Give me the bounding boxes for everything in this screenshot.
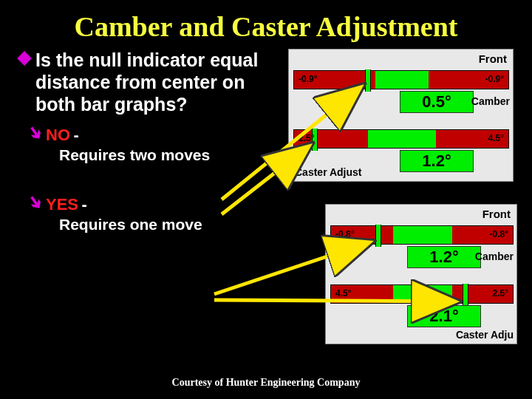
answer-yes-label: YES [46,195,78,214]
bar-green-zone [368,130,436,148]
panel1-caster-right: 4.5° [488,133,504,143]
slide-title: Camber and Caster Adjustment [0,0,532,49]
bar-notch-icon [365,69,371,92]
panel1-camber-right: -0.9° [485,74,504,84]
bar-green-zone [393,285,452,303]
diamond-bullet-icon [17,51,32,66]
panel2-caster-label: Caster Adju [456,329,514,341]
credit-line: Courtesy of Hunter Engineering Company [0,377,532,389]
bar-notch-icon [375,225,381,247]
answer-no-suffix: - [73,126,78,144]
panel2-camber-value: 1.2° [407,246,481,268]
question-text: Is the null indicator equal distance fro… [15,49,281,115]
answer-yes-detail: Requires one move [46,216,281,233]
right-column: Front -0.9° -0.9° 0.5° Camber 2.5° 4.5° … [281,49,517,233]
panel2-caster-left: 4.5° [335,288,351,299]
panel2-camber-label: Camber [475,250,514,262]
gauge-panel-bottom: Front -0.8° -0.8° 1.2° Camber 4.5° 2.5° … [325,204,517,344]
answer-yes-suffix: - [81,195,86,214]
bar-notch-icon [463,284,468,306]
answer-no-label: NO [46,126,70,144]
bar-green-zone [393,226,452,244]
question-label: Is the null indicator equal distance fro… [35,50,258,115]
panel1-header: Front [479,52,507,65]
arrow-down-icon: ➔ [24,122,47,144]
panel2-header: Front [482,208,511,220]
panel2-caster-bar: 4.5° 2.5° [330,284,514,304]
panel1-camber-bar: -0.9° -0.9° [293,70,509,89]
panel1-caster-value: 1.2° [400,150,474,172]
panel1-caster-left: 2.5° [299,133,314,143]
panel2-caster-value: 2.1° [407,305,481,327]
panel1-caster-bar: 2.5° 4.5° [293,129,509,149]
bar-green-zone [375,71,429,89]
content-row: Is the null indicator equal distance fro… [0,49,532,233]
left-column: Is the null indicator equal distance fro… [15,49,281,233]
arrow-down-icon: ➔ [24,191,47,214]
panel2-camber-right: -0.8° [490,229,508,239]
panel1-caster-label: Caster Adjust [295,166,362,178]
panel2-caster-right: 2.5° [493,288,508,299]
answer-no: ➔ NO - Requires two moves [15,126,281,164]
panel1-camber-left: -0.9° [299,74,317,84]
panel1-camber-value: 0.5° [400,91,474,113]
panel1-camber-label: Camber [471,95,510,107]
answer-no-detail: Requires two moves [46,146,281,164]
panel2-camber-bar: -0.8° -0.8° [330,225,514,245]
panel2-camber-left: -0.8° [335,229,354,239]
gauge-panel-top: Front -0.9° -0.9° 0.5° Camber 2.5° 4.5° … [288,49,514,182]
answer-yes: ➔ YES - Requires one move [15,195,281,233]
